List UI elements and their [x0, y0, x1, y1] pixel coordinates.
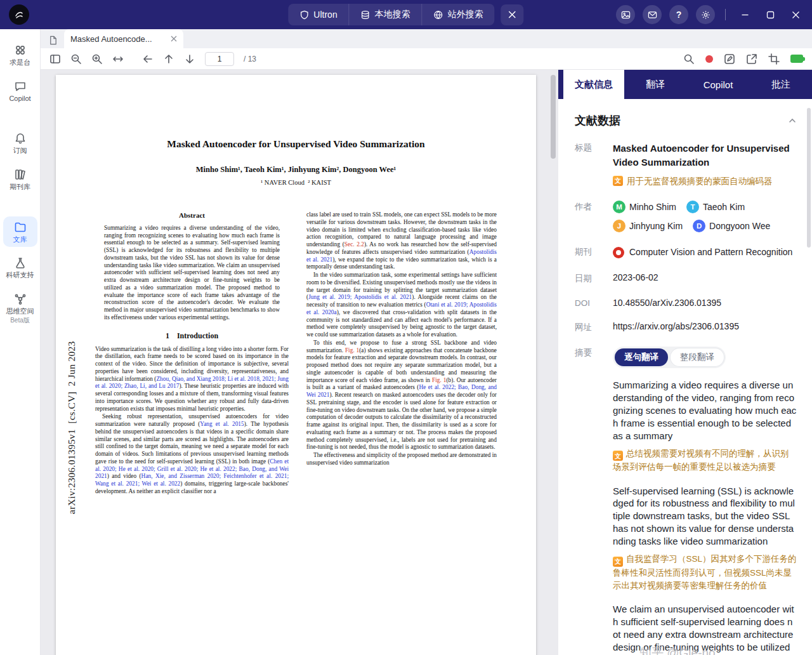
- paragraph: class label are used to train SSL models…: [306, 211, 497, 271]
- share-icon[interactable]: [746, 53, 757, 65]
- zoom-in-icon[interactable]: [91, 53, 103, 65]
- window-close-button[interactable]: [787, 6, 804, 23]
- fit-width-icon[interactable]: [112, 53, 124, 65]
- annotate-pen-icon[interactable]: [724, 53, 735, 65]
- tab-literature-info[interactable]: 文献信息: [563, 70, 624, 99]
- paragraph: Seeking robust representation, unsupervi…: [95, 413, 289, 495]
- author-chip[interactable]: TTaeoh Kim: [686, 201, 745, 213]
- dashboard-icon: [14, 44, 27, 56]
- sidebar-item-mindspace[interactable]: 思维空间 Beta版: [3, 288, 37, 329]
- document-tab-strip: Masked Autoencode...: [41, 29, 812, 48]
- maximize-icon: [766, 11, 775, 19]
- previous-page-icon[interactable]: [163, 53, 174, 65]
- chevron-up-icon[interactable]: [788, 116, 797, 125]
- help-button[interactable]: ?: [669, 5, 688, 24]
- tab-translate[interactable]: 翻译: [624, 70, 687, 99]
- sidebar-item-journals[interactable]: 期刊库: [3, 164, 37, 195]
- minimize-button[interactable]: [736, 6, 754, 23]
- author-avatar: J: [613, 220, 625, 232]
- screenshot-button[interactable]: [616, 5, 635, 24]
- sidebar-item-label: 科研支持: [6, 271, 34, 279]
- messages-button[interactable]: [643, 5, 662, 24]
- translate-icon: 文: [613, 557, 623, 567]
- paper-title: Masked Autoencoder for Unsupervised Vide…: [94, 138, 498, 150]
- chat-bubble-icon: [14, 80, 27, 93]
- sidebar-item-label: 文库: [13, 235, 27, 244]
- author-chip[interactable]: MMinho Shim: [613, 201, 676, 213]
- books-icon: [14, 168, 27, 181]
- local-search-button[interactable]: 本地搜索: [350, 4, 422, 25]
- crop-icon[interactable]: [768, 53, 780, 65]
- folder-icon: [14, 221, 27, 234]
- zoom-out-icon[interactable]: [70, 53, 82, 65]
- close-icon: [509, 11, 516, 18]
- file-icon[interactable]: [48, 36, 58, 45]
- settings-button[interactable]: [696, 5, 715, 24]
- search-document-icon[interactable]: [683, 53, 695, 65]
- app-logo-icon: [9, 4, 29, 25]
- panel-scrollbar-thumb[interactable]: [807, 108, 811, 248]
- external-search-label: 站外搜索: [448, 9, 483, 20]
- title-translation: 用于无监督视频摘要的蒙面自动编码器: [627, 175, 773, 188]
- translate-mode-toggle: 逐句翻译 整段翻译: [613, 347, 726, 368]
- sidebar-item-label: 求是台: [10, 58, 30, 67]
- external-search-button[interactable]: 站外搜索: [422, 4, 495, 25]
- author-avatar: T: [686, 201, 699, 213]
- author-chip[interactable]: JJinhyung Kim: [613, 220, 683, 232]
- paragraph: To this end, we propose to fuse a strong…: [306, 340, 497, 451]
- sidebar-item-copilot[interactable]: Copilot: [3, 76, 37, 107]
- field-label-title: 标题: [575, 142, 613, 187]
- paragraph-translate-button[interactable]: 整段翻译: [671, 348, 724, 366]
- abstract-heading: Abstract: [95, 211, 289, 220]
- section-title: 文献数据: [575, 113, 620, 128]
- sidebar-item-research-support[interactable]: 科研支持: [3, 252, 37, 283]
- mail-icon: [648, 10, 657, 20]
- mindmap-icon: [14, 293, 27, 305]
- question-icon: ?: [676, 10, 682, 20]
- document-tab[interactable]: Masked Autoencode...: [64, 29, 183, 48]
- paragraph: In the video summarization task, some ex…: [306, 272, 497, 339]
- abstract-text: Summarizing a video requires a diverse u…: [104, 225, 280, 322]
- panel-tabs: 文献信息 翻译 Copilot 批注: [558, 70, 812, 99]
- panel-body: 文献数据 标题 Masked Autoencoder for Unsupervi…: [558, 99, 812, 655]
- field-label-doi: DOI: [575, 298, 613, 308]
- local-search-label: 本地搜索: [375, 9, 410, 20]
- info-panel: 文献信息 翻译 Copilot 批注 文献数据 标题 Masked Autoen…: [558, 70, 812, 655]
- author-chip[interactable]: DDongyoon Wee: [693, 220, 770, 232]
- paper-title-value: Masked Autoencoder for Unsupervised Vide…: [613, 142, 797, 169]
- paragraph: Video summarization is the task of disti…: [95, 346, 289, 413]
- author-name: Jinhyung Kim: [629, 221, 683, 231]
- field-label-url: 网址: [575, 321, 613, 333]
- ultron-button[interactable]: Ultron: [288, 4, 349, 25]
- tab-close-icon[interactable]: [171, 36, 177, 42]
- pdf-viewer[interactable]: arXiv:2306.01395v1 [cs.CV] 2 Jun 2023 Ma…: [41, 70, 558, 655]
- sidebar-toggle-icon[interactable]: [49, 53, 61, 65]
- paper-column-right: class label are used to train SSL models…: [306, 211, 497, 496]
- record-button[interactable]: [705, 55, 713, 63]
- tab-annotations[interactable]: 批注: [749, 70, 812, 99]
- url-value[interactable]: https://arxiv.org/abs/2306.01395: [613, 321, 797, 333]
- search-group-close-button[interactable]: [501, 4, 524, 25]
- status-battery-icon[interactable]: [790, 55, 803, 63]
- titlebar: Ultron 本地搜索 站外搜索 ?: [0, 0, 812, 29]
- next-page-icon[interactable]: [184, 53, 195, 65]
- page-number-input[interactable]: [205, 52, 234, 66]
- back-icon[interactable]: [142, 53, 154, 65]
- close-icon: [792, 11, 800, 19]
- abstract-sentence-en: Summarizing a video requires a diverse u…: [613, 379, 797, 442]
- date-value: 2023-06-02: [613, 272, 797, 284]
- sentence-translate-button[interactable]: 逐句翻译: [615, 348, 668, 366]
- author-name: Taeoh Kim: [703, 202, 745, 212]
- sidebar-item-home[interactable]: 求是台: [3, 39, 37, 70]
- sidebar-item-library[interactable]: 文库: [3, 216, 37, 248]
- maximize-button[interactable]: [761, 6, 779, 23]
- field-label-abstract: 摘要: [575, 347, 613, 655]
- arxiv-watermark: arXiv:2306.01395v1 [cs.CV] 2 Jun 2023: [66, 341, 77, 514]
- sidebar-item-subscriptions[interactable]: 订阅: [3, 128, 37, 159]
- paragraph: The effectiveness and simplicity of the …: [306, 452, 497, 467]
- pdf-scrollbar-thumb[interactable]: [551, 75, 556, 159]
- image-icon: [621, 10, 631, 20]
- titlebar-search-group: Ultron 本地搜索 站外搜索: [288, 4, 494, 25]
- tab-copilot[interactable]: Copilot: [687, 70, 750, 99]
- titlebar-divider: [725, 9, 726, 20]
